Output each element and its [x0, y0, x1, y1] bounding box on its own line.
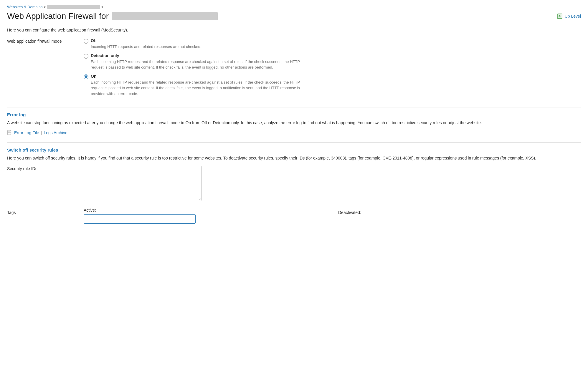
breadcrumb-separator1: > — [44, 5, 46, 9]
firewall-mode-row: Web application firewall mode Off Incomi… — [7, 38, 581, 100]
links-separator: | — [41, 130, 42, 135]
tags-active-label: Active: — [84, 208, 326, 212]
radio-detection[interactable] — [84, 54, 88, 59]
radio-detection-label[interactable]: Detection only — [91, 53, 119, 58]
security-rule-ids-row: Security rule IDs — [7, 166, 581, 202]
tags-deactivated-col: Deactivated: — [338, 208, 581, 224]
page-title-text: Web Application Firewall for — [7, 11, 109, 21]
page-description: Here you can configure the web applicati… — [7, 28, 581, 32]
firewall-mode-controls: Off Incoming HTTP requests and related r… — [84, 38, 581, 100]
tags-deactivated-label: Deactivated: — [338, 208, 581, 215]
switch-off-desc: Here you can switch off security rules. … — [7, 155, 581, 161]
tags-active-input[interactable] — [84, 214, 196, 224]
error-log-links: Error Log File | Logs Archive — [7, 130, 581, 135]
error-log-file-link[interactable]: Error Log File — [14, 130, 39, 135]
tags-columns: Active: Deactivated: — [84, 208, 581, 224]
breadcrumb-websites-link[interactable]: Websites & Domains — [7, 5, 42, 9]
radio-on-label[interactable]: On — [91, 74, 96, 79]
radio-option-detection: Detection only Each incoming HTTP reques… — [84, 53, 581, 70]
radio-off-desc: Incoming HTTP requests and related respo… — [91, 44, 201, 50]
svg-rect-3 — [8, 130, 10, 132]
radio-on-content: On Each incoming HTTP request and the re… — [91, 74, 303, 97]
page-container: Websites & Domains > > Web Application F… — [0, 0, 588, 382]
security-rule-ids-input[interactable] — [84, 166, 201, 201]
tags-row: Tags Active: Deactivated: — [7, 208, 581, 224]
switch-off-title: Switch off security rules — [7, 142, 581, 152]
radio-option-off: Off Incoming HTTP requests and related r… — [84, 38, 581, 50]
radio-off[interactable] — [84, 39, 88, 44]
up-level-label: Up Level — [565, 14, 581, 19]
radio-detection-content: Detection only Each incoming HTTP reques… — [91, 53, 303, 70]
logs-archive-link[interactable]: Logs Archive — [44, 130, 67, 135]
radio-off-label[interactable]: Off — [91, 38, 97, 43]
tags-active-col: Active: — [84, 208, 326, 224]
firewall-mode-label: Web application firewall mode — [7, 38, 84, 44]
up-level-link[interactable]: Up Level — [556, 13, 581, 19]
radio-on-desc: Each incoming HTTP request and the relat… — [91, 79, 303, 97]
error-log-title: Error log — [7, 107, 581, 117]
radio-option-on: On Each incoming HTTP request and the re… — [84, 74, 581, 97]
error-log-section: Error log A website can stop functioning… — [7, 107, 581, 135]
radio-detection-desc: Each incoming HTTP request and the relat… — [91, 59, 303, 70]
radio-on[interactable] — [84, 74, 88, 79]
breadcrumb-domain-blurred — [47, 5, 100, 9]
page-title: Web Application Firewall for — [7, 11, 218, 21]
file-icon — [7, 130, 12, 135]
breadcrumb-separator2: > — [101, 5, 104, 9]
error-log-desc: A website can stop functioning as expect… — [7, 119, 581, 126]
switch-off-section: Switch off security rules Here you can s… — [7, 142, 581, 223]
page-title-domain-blurred — [112, 12, 218, 20]
radio-off-content: Off Incoming HTTP requests and related r… — [91, 38, 201, 50]
up-level-icon — [556, 13, 563, 19]
breadcrumb: Websites & Domains > > — [7, 5, 581, 9]
firewall-mode-section: Web application firewall mode Off Incomi… — [7, 38, 581, 100]
tags-label: Tags — [7, 208, 84, 215]
security-rule-ids-controls — [84, 166, 581, 202]
security-rule-ids-label: Security rule IDs — [7, 166, 84, 171]
page-header: Web Application Firewall for Up Level — [7, 11, 581, 24]
